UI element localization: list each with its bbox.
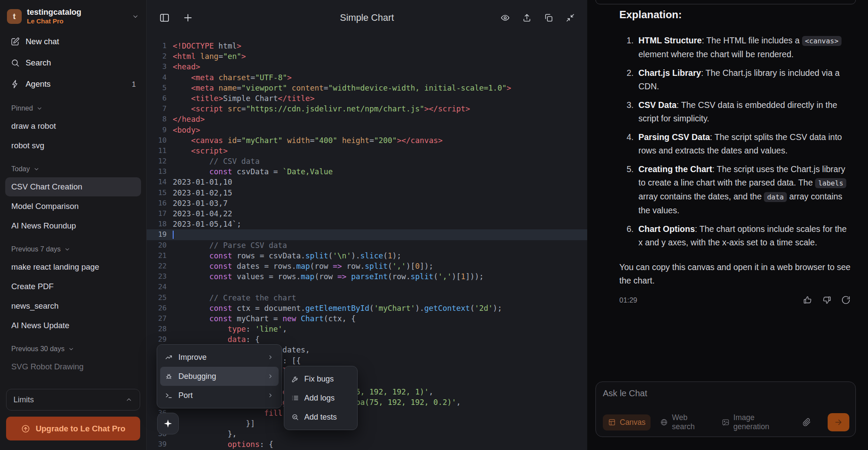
thumb-up-icon[interactable] (803, 295, 812, 305)
eye-icon[interactable] (500, 13, 510, 23)
limits-panel[interactable]: Limits (6, 389, 140, 411)
menu-item-port[interactable]: Port (160, 386, 279, 405)
conversation-item[interactable]: AI News Update (5, 316, 141, 335)
code-line-4[interactable]: 4 <meta charset="UTF-8"> (147, 72, 587, 83)
code-line-10[interactable]: 10 <canvas id="myChart" width="400" heig… (147, 135, 587, 146)
conversation-item[interactable]: AI News Roundup (5, 216, 141, 235)
section-header-previous-30-days[interactable]: Previous 30 days (0, 336, 146, 357)
tool-image-generation[interactable]: Image generation (722, 413, 792, 431)
upgrade-label: Upgrade to Le Chat Pro (36, 424, 125, 434)
code-line-26[interactable]: 26 const ctx = document.getElementById('… (147, 303, 587, 313)
code-line-9[interactable]: 9<body> (147, 125, 587, 135)
code-line-24[interactable]: 24 (147, 282, 587, 292)
code-line-5[interactable]: 5 <meta name="viewport" content="width=d… (147, 83, 587, 93)
chevron-down-icon (68, 346, 75, 352)
code-line-20[interactable]: 20 // Parse CSV data (147, 240, 587, 251)
send-button[interactable] (828, 413, 849, 431)
chevron-down-icon[interactable] (132, 13, 139, 20)
code-line-6[interactable]: 6 <title>Simple Chart</title> (147, 93, 587, 104)
code-text: <meta name="viewport" content="width=dev… (173, 83, 511, 93)
code-line-21[interactable]: 21 const rows = csvData.split('\n').slic… (147, 251, 587, 261)
item-number: 6. (619, 222, 634, 249)
code-line-18[interactable]: 182023-01-05,14`; (147, 219, 587, 229)
menu-item-label: Debugging (178, 372, 216, 381)
code-text: const csvData = `Date,Value (173, 166, 333, 177)
code-line-29[interactable]: 29 data: { (147, 334, 587, 345)
conversation-item[interactable]: Create PDF (5, 277, 141, 296)
conversation-item[interactable]: make react landing page (5, 258, 141, 277)
menu-item-add-tests[interactable]: Add tests (287, 408, 354, 427)
canvas-toolbar-left (159, 12, 194, 23)
conversation-item[interactable]: Model Comparison (5, 197, 141, 216)
code-line-38[interactable]: 38 }, (147, 429, 587, 439)
code-line-11[interactable]: 11 <script> (147, 146, 587, 156)
code-line-37[interactable]: 37 }] (147, 418, 587, 429)
menu-item-add-logs[interactable]: Add logs (287, 388, 354, 408)
workspace-switcher[interactable]: t testingcatalog Le Chat Pro (0, 0, 146, 31)
tool-canvas[interactable]: Canvas (603, 414, 651, 430)
refresh-icon[interactable] (841, 295, 851, 305)
paperclip-icon[interactable] (802, 417, 811, 427)
line-number: 17 (150, 209, 167, 219)
code-line-16[interactable]: 162023-01-03,7 (147, 198, 587, 209)
conversation-item[interactable]: CSV Chart Creation (5, 177, 141, 196)
conversation-item[interactable]: news_search (5, 297, 141, 316)
code-line-7[interactable]: 7 <script src="https://cdn.jsdelivr.net/… (147, 104, 587, 114)
code-line-28[interactable]: 28 type: 'line', (147, 324, 587, 334)
menu-item-label: Fix bugs (304, 375, 334, 384)
sidebar-nav-search[interactable]: Search (5, 52, 141, 73)
code-line-23[interactable]: 23 const values = rows.map(row => parseI… (147, 271, 587, 282)
item-number: 3. (619, 98, 634, 125)
line-number: 21 (150, 251, 167, 261)
code-line-27[interactable]: 27 const myChart = new Chart(ctx, { (147, 313, 587, 324)
code-line-2[interactable]: 2<html lang="en"> (147, 51, 587, 62)
plus-icon[interactable] (182, 12, 194, 23)
message-actions (803, 295, 851, 305)
code-line-12[interactable]: 12 // CSV data (147, 156, 587, 166)
sidebar-nav-agents[interactable]: Agents1 (5, 74, 141, 95)
code-line-25[interactable]: 25 // Create the chart (147, 293, 587, 303)
thumb-down-icon[interactable] (822, 295, 832, 305)
menu-item-fix-bugs[interactable]: Fix bugs (287, 369, 354, 388)
code-line-3[interactable]: 3<head> (147, 62, 587, 72)
upload-icon[interactable] (522, 13, 532, 23)
menu-item-debugging[interactable]: Debugging (160, 367, 279, 386)
code-line-14[interactable]: 142023-01-01,10 (147, 177, 587, 187)
ai-actions-button[interactable] (157, 413, 179, 434)
collapse-icon[interactable] (566, 13, 575, 23)
chevron-down-icon (36, 105, 43, 112)
workspace-avatar: t (7, 9, 22, 24)
code-line-8[interactable]: 8</head> (147, 114, 587, 124)
section-header-pinned[interactable]: Pinned (0, 95, 146, 116)
trend-up-icon (165, 353, 173, 361)
code-line-22[interactable]: 22 const dates = rows.map(row => row.spl… (147, 261, 587, 271)
chat-input[interactable] (603, 388, 849, 398)
code-line-15[interactable]: 152023-01-02,15 (147, 188, 587, 198)
sidebar-nav-new-chat[interactable]: New chat (5, 31, 141, 52)
conversation-item[interactable]: SVG Robot Drawing (5, 357, 141, 376)
line-number: 7 (150, 104, 167, 114)
nav-label: New chat (26, 37, 59, 46)
upgrade-button[interactable]: Upgrade to Le Chat Pro (6, 417, 140, 440)
line-number: 28 (150, 324, 167, 334)
copy-icon[interactable] (544, 13, 553, 23)
code-line-19[interactable]: 19 (147, 229, 587, 240)
section-header-previous-7-days[interactable]: Previous 7 days (0, 236, 146, 257)
workspace-names: testingcatalog Le Chat Pro (27, 8, 81, 25)
line-number: 9 (150, 125, 167, 135)
menu-item-improve[interactable]: Improve (160, 348, 279, 367)
section-header-today[interactable]: Today (0, 156, 146, 177)
conversation-item[interactable]: robot svg (5, 136, 141, 155)
code-line-36[interactable]: 36 fill: false (147, 408, 587, 418)
code-line-13[interactable]: 13 const csvData = `Date,Value (147, 166, 587, 177)
code-line-17[interactable]: 172023-01-04,22 (147, 209, 587, 219)
item-text: Creating the Chart: The script uses the … (638, 163, 851, 217)
tool-web-search[interactable]: Web search (660, 413, 712, 431)
conversation-item[interactable]: draw a robot (5, 117, 141, 136)
section-title: Previous 30 days (11, 345, 65, 353)
code-line-39[interactable]: 39 options: { (147, 439, 587, 450)
panel-icon[interactable] (159, 12, 170, 23)
line-number: 16 (150, 198, 167, 209)
code-line-1[interactable]: 1<!DOCTYPE html> (147, 41, 587, 51)
inline-code: <canvas> (802, 36, 842, 46)
